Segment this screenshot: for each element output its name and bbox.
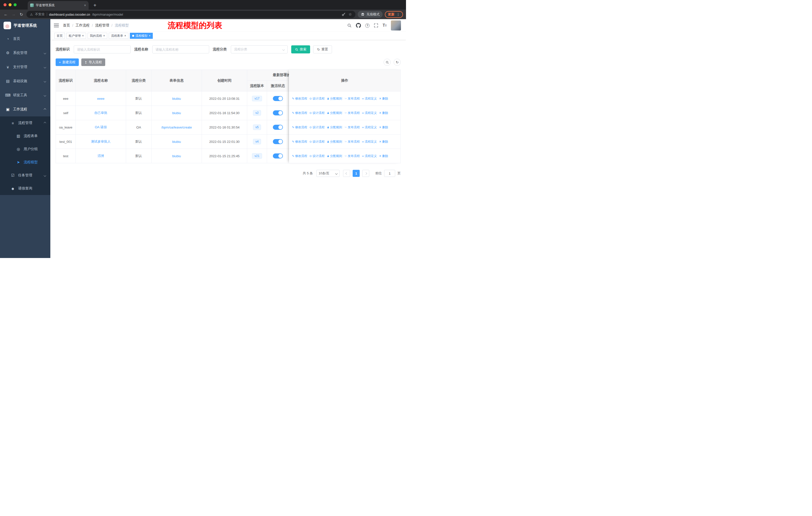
font-size-icon[interactable]: TT <box>383 23 387 28</box>
sidebar-item-10[interactable]: ☑任务管理 <box>0 169 50 182</box>
process-name-link[interactable]: 滔博 <box>98 154 104 158</box>
activation-toggle[interactable] <box>273 139 283 144</box>
next-page-button[interactable] <box>362 170 369 177</box>
new-tab-button[interactable]: + <box>92 2 98 8</box>
close-icon[interactable]: × <box>124 34 126 37</box>
assign-rule-link[interactable]: ♟分配规则 <box>327 140 342 144</box>
form-link[interactable]: /bpm/oa/leave/create <box>161 126 192 129</box>
breadcrumb-item-1[interactable]: 工作流程 <box>76 23 90 28</box>
edit-process-link[interactable]: ✎修改流程 <box>292 125 307 130</box>
reset-button[interactable]: ↻ 重置 <box>313 45 332 53</box>
design-process-link[interactable]: ⊙设计流程 <box>309 111 324 115</box>
search-icon[interactable] <box>347 23 352 28</box>
form-link[interactable]: biubiu <box>172 140 181 144</box>
assign-rule-link[interactable]: ♟分配规则 <box>327 125 342 130</box>
delete-process-link[interactable]: ✕删除 <box>379 140 388 144</box>
close-window-button[interactable] <box>3 3 6 6</box>
tagsview-tag-1[interactable]: 租户管理× <box>66 33 86 39</box>
edit-process-link[interactable]: ✎修改流程 <box>292 111 307 115</box>
sidebar-item-4[interactable]: ⌨研发工具 <box>0 88 50 102</box>
sidebar-item-6[interactable]: ≡流程管理 <box>0 116 50 130</box>
process-name-link[interactable]: eeee <box>97 97 105 101</box>
edit-process-link[interactable]: ✎修改流程 <box>292 97 307 101</box>
create-process-button[interactable]: + 新建流程 <box>56 58 79 66</box>
sidebar-item-9[interactable]: ➤流程模型 <box>0 156 50 169</box>
breadcrumb-item-0[interactable]: 首页 <box>63 23 70 28</box>
process-definition-link[interactable]: ∞流程定义 <box>362 111 377 115</box>
activation-toggle[interactable] <box>273 125 283 130</box>
sidebar-item-5[interactable]: ▣工作流程 <box>0 102 50 116</box>
publish-process-link[interactable]: ☞发布流程 <box>344 125 360 130</box>
activation-toggle[interactable] <box>273 110 283 115</box>
forward-icon[interactable]: → <box>11 12 17 17</box>
collapse-sidebar-icon[interactable] <box>54 24 59 27</box>
design-process-link[interactable]: ⊙设计流程 <box>309 125 324 130</box>
assign-rule-link[interactable]: ♟分配规则 <box>327 97 342 101</box>
publish-process-link[interactable]: ☞发布流程 <box>344 140 360 144</box>
user-avatar[interactable] <box>391 20 401 30</box>
goto-page-input[interactable] <box>384 170 395 177</box>
help-icon[interactable]: ? <box>365 23 370 28</box>
import-process-button[interactable]: ↥ 导入流程 <box>81 58 105 66</box>
process-definition-link[interactable]: ∞流程定义 <box>362 97 377 101</box>
form-link[interactable]: biubiu <box>172 111 181 115</box>
sidebar-item-2[interactable]: ¥支付管理 <box>0 60 50 74</box>
close-icon[interactable]: × <box>103 34 105 37</box>
edit-process-link[interactable]: ✎修改流程 <box>292 154 307 158</box>
edit-process-link[interactable]: ✎修改流程 <box>292 140 307 144</box>
zoom-window-button[interactable] <box>13 3 17 6</box>
tab-close-icon[interactable]: × <box>84 3 86 7</box>
process-definition-link[interactable]: ∞流程定义 <box>362 140 377 144</box>
browser-tab[interactable]: 芋道管理系统 × <box>28 1 89 9</box>
publish-process-link[interactable]: ☞发布流程 <box>344 97 360 101</box>
back-icon[interactable]: ← <box>3 12 8 17</box>
activation-toggle[interactable] <box>273 154 283 159</box>
process-name-link[interactable]: 自己审批 <box>94 111 108 115</box>
sidebar-item-8[interactable]: ◎用户分组 <box>0 143 50 156</box>
refresh-table-button[interactable]: ↻ <box>394 59 401 66</box>
page-1-button[interactable]: 1 <box>353 170 360 177</box>
tagsview-tag-4[interactable]: 流程模型× <box>130 33 153 39</box>
minimize-window-button[interactable] <box>8 3 11 6</box>
publish-process-link[interactable]: ☞发布流程 <box>344 111 360 115</box>
sidebar-item-0[interactable]: ◔首页 <box>0 32 50 46</box>
sidebar-item-3[interactable]: ▤基础设施 <box>0 74 50 88</box>
delete-process-link[interactable]: ✕删除 <box>379 97 388 101</box>
update-button[interactable]: 更新 ⋮ <box>385 11 403 18</box>
tagsview-tag-3[interactable]: 流程表单× <box>109 33 128 39</box>
design-process-link[interactable]: ⊙设计流程 <box>309 97 324 101</box>
activation-toggle[interactable] <box>273 96 283 101</box>
publish-process-link[interactable]: ☞发布流程 <box>344 154 360 158</box>
assign-rule-link[interactable]: ♟分配规则 <box>327 154 342 158</box>
process-name-input[interactable] <box>152 45 209 53</box>
bookmark-star-icon[interactable]: ☆ <box>349 12 352 17</box>
github-icon[interactable] <box>356 23 361 28</box>
delete-process-link[interactable]: ✕删除 <box>379 154 388 158</box>
sidebar-item-1[interactable]: ⚙系统管理 <box>0 46 50 60</box>
assign-rule-link[interactable]: ♟分配规则 <box>327 111 342 115</box>
process-id-input[interactable] <box>74 45 130 53</box>
prev-page-button[interactable] <box>343 170 350 177</box>
form-link[interactable]: biubiu <box>172 97 181 101</box>
close-icon[interactable]: × <box>82 34 84 37</box>
sidebar-item-7[interactable]: ▥流程表单 <box>0 130 50 143</box>
breadcrumb-item-2[interactable]: 流程管理 <box>95 23 109 28</box>
category-select[interactable]: 流程分类 <box>231 45 288 53</box>
browser-menu-icon[interactable]: ⋮ <box>397 12 400 17</box>
page-size-select[interactable]: 10条/页 <box>316 170 340 177</box>
toggle-search-button[interactable] <box>384 59 390 66</box>
process-name-link[interactable]: 测试多审批人 <box>91 140 111 143</box>
process-definition-link[interactable]: ∞流程定义 <box>362 125 377 130</box>
process-name-link[interactable]: OA 请假 <box>95 125 107 129</box>
tagsview-tag-0[interactable]: 首页 <box>54 33 65 39</box>
close-icon[interactable]: × <box>149 34 150 37</box>
design-process-link[interactable]: ⊙设计流程 <box>309 154 324 158</box>
incognito-chip[interactable]: 无痕模式 <box>358 11 383 18</box>
design-process-link[interactable]: ⊙设计流程 <box>309 140 324 144</box>
delete-process-link[interactable]: ✕删除 <box>379 111 388 115</box>
tagsview-tag-2[interactable]: 我的流程× <box>88 33 107 39</box>
key-icon[interactable] <box>342 12 346 17</box>
fullscreen-icon[interactable] <box>374 23 378 28</box>
address-bar[interactable]: ⚠ 不安全 dashboard.yudao.iocoder.cn/bpm/man… <box>26 11 355 18</box>
search-button[interactable]: 搜索 <box>291 45 310 53</box>
